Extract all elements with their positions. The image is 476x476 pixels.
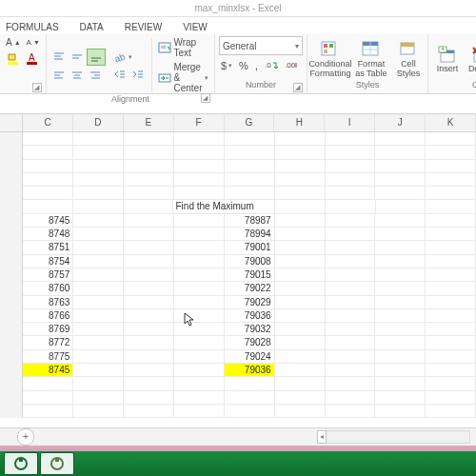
column-header-K[interactable]: K <box>426 114 476 131</box>
increase-indent-button[interactable] <box>129 67 147 82</box>
cell[interactable] <box>375 228 426 241</box>
cell[interactable] <box>73 187 124 200</box>
cell[interactable] <box>326 309 376 323</box>
cell[interactable] <box>174 173 225 187</box>
wrap-text-button[interactable]: ab Wrap Text <box>156 36 209 59</box>
cell[interactable]: 79024 <box>225 350 275 364</box>
format-as-table-button[interactable]: Format as Table <box>352 38 390 78</box>
cell[interactable]: 8766 <box>23 309 73 323</box>
cell[interactable] <box>275 173 326 187</box>
cell[interactable] <box>426 336 476 349</box>
row-header[interactable] <box>0 336 23 349</box>
row-header[interactable] <box>0 160 23 173</box>
cell-styles-button[interactable]: Cell Styles <box>393 38 424 78</box>
cell[interactable] <box>426 364 476 377</box>
cell[interactable] <box>73 377 124 390</box>
cell[interactable] <box>426 200 476 213</box>
cell[interactable] <box>23 391 73 405</box>
cell[interactable] <box>174 296 225 309</box>
cell[interactable] <box>73 282 124 295</box>
font-color-button[interactable]: A <box>24 51 41 67</box>
cell[interactable] <box>326 391 376 405</box>
orientation-button[interactable]: ab▾ <box>111 50 147 65</box>
align-bottom-button[interactable] <box>87 49 106 66</box>
cell[interactable]: 79036 <box>225 364 275 377</box>
cell[interactable] <box>426 268 476 282</box>
cell[interactable] <box>225 187 275 200</box>
row-header[interactable] <box>0 309 23 323</box>
cell[interactable] <box>124 268 174 282</box>
cell[interactable] <box>326 228 376 241</box>
cell[interactable]: 79029 <box>225 296 275 309</box>
cell[interactable] <box>73 160 124 173</box>
cell[interactable] <box>73 405 124 418</box>
cell[interactable] <box>124 336 174 349</box>
cell[interactable] <box>426 282 476 295</box>
cell[interactable] <box>73 241 124 254</box>
cell[interactable] <box>124 146 174 159</box>
column-header-E[interactable]: E <box>124 114 174 131</box>
cell[interactable] <box>375 268 426 282</box>
cell[interactable] <box>124 391 174 405</box>
cell[interactable]: 79001 <box>225 241 275 254</box>
cell[interactable] <box>275 160 326 173</box>
cell[interactable] <box>275 282 326 295</box>
cell[interactable] <box>326 350 376 364</box>
cell[interactable] <box>376 200 426 213</box>
cell[interactable] <box>124 255 174 268</box>
cell[interactable] <box>124 241 174 254</box>
cell[interactable] <box>375 173 426 187</box>
cell[interactable] <box>426 214 476 228</box>
tab-formulas[interactable]: FORMULAS <box>4 20 61 34</box>
cell[interactable] <box>23 377 73 390</box>
cell[interactable] <box>124 187 174 200</box>
cell[interactable] <box>326 241 376 254</box>
cell[interactable] <box>375 391 426 405</box>
cell[interactable] <box>124 200 174 213</box>
cell[interactable] <box>23 146 73 159</box>
number-format-combo[interactable]: General ▾ <box>219 36 303 55</box>
cell[interactable]: 8751 <box>23 241 73 254</box>
tab-review[interactable]: REVIEW <box>123 20 164 34</box>
cell[interactable] <box>426 146 476 159</box>
align-middle-button[interactable] <box>69 49 86 66</box>
cell[interactable] <box>326 132 376 146</box>
cell[interactable] <box>275 309 326 323</box>
cell[interactable] <box>426 309 476 323</box>
cell[interactable]: 8760 <box>23 282 73 295</box>
cell[interactable] <box>426 187 476 200</box>
cell[interactable] <box>426 405 476 418</box>
cell[interactable] <box>174 255 225 268</box>
row-header[interactable] <box>0 200 23 213</box>
cell[interactable] <box>225 173 275 187</box>
cell[interactable] <box>23 187 73 200</box>
cell[interactable] <box>375 255 426 268</box>
cell[interactable] <box>375 241 426 254</box>
row-header[interactable] <box>0 282 23 295</box>
cell[interactable] <box>375 187 426 200</box>
cell[interactable] <box>275 377 326 390</box>
cell[interactable] <box>73 228 124 241</box>
cell[interactable] <box>275 241 326 254</box>
cell[interactable] <box>73 173 124 187</box>
cell[interactable] <box>426 377 476 390</box>
cell[interactable] <box>275 187 326 200</box>
column-header-H[interactable]: H <box>274 114 325 131</box>
cell[interactable] <box>23 173 73 187</box>
cell[interactable] <box>174 391 225 405</box>
alignment-dialog-launcher[interactable]: ◢ <box>201 93 210 103</box>
row-header[interactable] <box>0 228 23 241</box>
cell[interactable] <box>174 241 225 254</box>
cell[interactable]: 8748 <box>23 228 73 241</box>
row-header[interactable] <box>0 323 23 336</box>
cell[interactable] <box>73 364 124 377</box>
cell[interactable]: 8769 <box>23 323 73 336</box>
comma-format-button[interactable]: , <box>253 58 260 73</box>
cell[interactable] <box>375 282 426 295</box>
cell[interactable]: 79028 <box>225 336 275 349</box>
cell[interactable]: 78994 <box>225 228 275 241</box>
row-header[interactable] <box>0 173 23 187</box>
cell[interactable] <box>174 350 225 364</box>
accounting-format-button[interactable]: $▾ <box>219 58 234 73</box>
cell[interactable] <box>225 391 275 405</box>
